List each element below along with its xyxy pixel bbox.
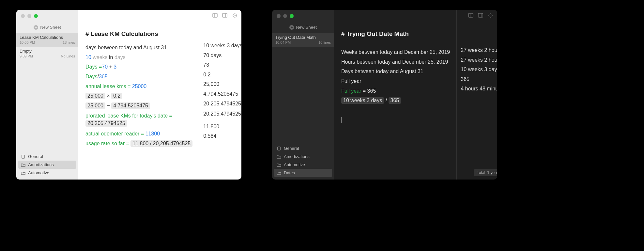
sheet-item[interactable]: Empty 9:39 PMNo Lines (16, 47, 78, 60)
editor-line: Weeks between today and December 25, 201… (341, 49, 450, 55)
folder-amortizations[interactable]: Amortizations (18, 161, 76, 169)
editor[interactable]: # Lease KM Calculations days between tod… (78, 10, 199, 180)
sheet-time: 10:04 PM (275, 40, 291, 44)
sheet-title: Trying Out Date Math (275, 35, 331, 40)
sidebar: + New Sheet Lease KM Calculations 10:00 … (16, 10, 78, 180)
svg-rect-0 (213, 13, 217, 17)
result-value[interactable]: 10 weeks 3 days (461, 65, 497, 74)
layers-icon[interactable] (221, 12, 228, 18)
page-title: # Lease KM Calculations (85, 28, 192, 39)
sheet-lines: 10 lines (318, 40, 331, 44)
minimize-icon[interactable] (27, 14, 31, 18)
result-value[interactable]: 70 days (203, 51, 241, 60)
folder-icon (21, 171, 25, 175)
sheet-lines: 13 lines (63, 40, 75, 44)
editor-line: Full year (341, 78, 361, 84)
new-sheet-button[interactable]: + New Sheet (16, 22, 78, 33)
editor-line: Full year = 365 (341, 86, 450, 96)
toolbar-right (467, 12, 494, 18)
layers-icon[interactable] (477, 12, 484, 18)
doc-icon (21, 155, 25, 159)
result-value[interactable]: 365 (461, 74, 497, 84)
gear-icon[interactable] (487, 12, 494, 18)
sheet-item[interactable]: Trying Out Date Math 10:04 PM10 lines (272, 33, 334, 47)
titlebar (272, 10, 497, 22)
result-value[interactable]: 20,205.4794525 (203, 99, 241, 109)
result-value[interactable]: 0.2 (203, 70, 241, 80)
sheet-time: 9:39 PM (20, 54, 33, 58)
sidebar: + New Sheet Trying Out Date Math 10:04 P… (272, 10, 334, 180)
editor-line: Days between today and August 31 (341, 69, 423, 74)
folder-label: Dates (284, 170, 295, 175)
result-value[interactable]: 73 (203, 60, 241, 70)
editor-line: 25,000 − 4,794.5205475 (85, 101, 192, 111)
page-title: # Trying Out Date Math (341, 28, 450, 39)
folder-general[interactable]: General (274, 144, 332, 152)
folders-list: General Amortizations Automotive (16, 151, 78, 180)
folder-automotive[interactable]: Automotive (274, 161, 332, 169)
window-dark: + New Sheet Trying Out Date Math 10:04 P… (272, 10, 497, 180)
svg-rect-7 (468, 13, 473, 17)
editor[interactable]: # Trying Out Date Math Weeks between tod… (334, 10, 456, 180)
plus-icon: + (34, 25, 38, 30)
folder-icon (277, 155, 281, 159)
sheets-list: Lease KM Calculations 10:00 PM13 lines E… (16, 33, 78, 60)
sheet-time: 10:00 PM (20, 40, 35, 44)
folder-label: General (28, 154, 43, 159)
svg-rect-2 (222, 13, 227, 17)
total-box[interactable]: Total 1 year 12 w… (474, 169, 497, 176)
sheets-list: Trying Out Date Math 10:04 PM10 lines (272, 33, 334, 47)
editor-line: Days =70 + 3 (85, 62, 192, 72)
svg-point-5 (234, 15, 235, 16)
editor-line: annual lease kms = 25000 (85, 82, 192, 91)
editor-line: 10 weeks in days (85, 53, 192, 62)
close-icon[interactable] (21, 14, 25, 18)
minimize-icon[interactable] (283, 14, 287, 18)
results-column: 10 weeks 3 days 70 days 73 0.2 25,000 4,… (199, 10, 241, 180)
editor-line: 25,000 × 0.2 (85, 91, 192, 101)
panel-toggle-icon[interactable] (467, 12, 474, 18)
toolbar-right (211, 12, 238, 18)
sheet-item[interactable]: Lease KM Calculations 10:00 PM13 lines (16, 33, 78, 47)
result-value[interactable]: 4,794.5205475 (203, 89, 241, 99)
svg-point-4 (233, 14, 237, 17)
editor-line: actual odomoter reader = 11800 (85, 129, 192, 139)
result-value[interactable]: 4 hours 48 minutes (461, 84, 497, 94)
folder-icon (21, 163, 25, 167)
editor-line: days between today and August 31 (85, 45, 167, 50)
plus-icon: + (289, 25, 294, 30)
panel-toggle-icon[interactable] (211, 12, 219, 18)
editor-line: usage rate so far = 11,800 / 20,205.4794… (85, 139, 192, 149)
svg-rect-6 (22, 155, 25, 158)
close-icon[interactable] (277, 14, 281, 18)
result-value[interactable]: 20,205.4794525 (203, 108, 241, 121)
result-value[interactable]: 0.584 (203, 131, 241, 141)
folder-automotive[interactable]: Automotive (18, 169, 76, 177)
editor-line: Hours between today and December 25, 201… (341, 59, 448, 65)
result-value[interactable]: 25,000 (203, 79, 241, 89)
result-value[interactable]: 11,800 (203, 122, 241, 132)
new-sheet-label: New Sheet (296, 25, 317, 30)
folder-dates[interactable]: Dates (274, 169, 332, 177)
result-value[interactable]: 10 weeks 3 days (203, 41, 241, 51)
editor-line: Days/365 (85, 72, 192, 82)
svg-rect-13 (278, 147, 281, 150)
svg-point-12 (490, 15, 491, 16)
folder-amortizations[interactable]: Amortizations (274, 152, 332, 161)
result-value[interactable]: 27 weeks 2 hours (461, 45, 497, 55)
folder-general[interactable]: General (18, 152, 76, 161)
maximize-icon[interactable] (290, 14, 294, 18)
result-value[interactable]: 27 weeks 2 hours (461, 55, 497, 65)
folder-label: Automotive (28, 170, 49, 175)
maximize-icon[interactable] (34, 14, 38, 18)
folder-label: Amortizations (284, 154, 310, 159)
new-sheet-label: New Sheet (40, 25, 61, 30)
new-sheet-button[interactable]: + New Sheet (272, 22, 334, 33)
titlebar (16, 10, 241, 22)
results-column: 27 weeks 2 hours 27 weeks 2 hours 10 wee… (456, 10, 497, 180)
gear-icon[interactable] (231, 12, 238, 18)
window-light: + New Sheet Lease KM Calculations 10:00 … (16, 10, 241, 180)
doc-icon (277, 147, 281, 150)
folder-label: Automotive (284, 162, 305, 167)
folders-list: General Amortizations Automotive Dates (272, 143, 334, 180)
